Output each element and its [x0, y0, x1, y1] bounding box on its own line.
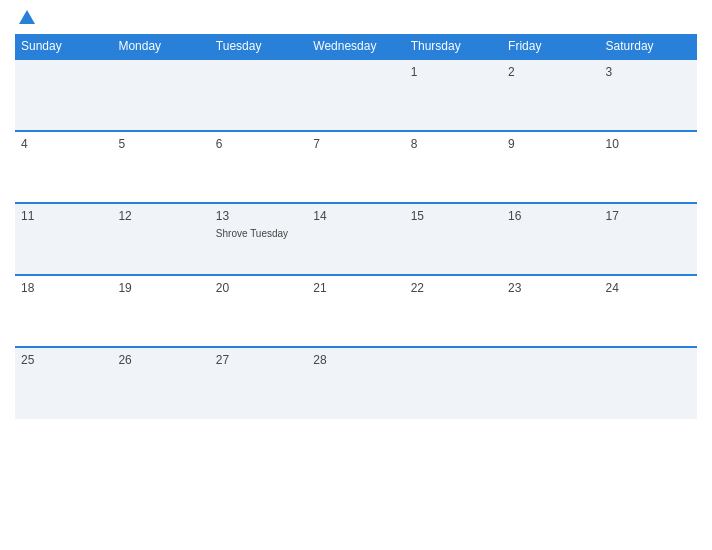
calendar-cell: 10 — [600, 131, 697, 203]
day-number: 25 — [21, 353, 106, 367]
calendar-cell: 23 — [502, 275, 599, 347]
calendar-cell: 21 — [307, 275, 404, 347]
calendar-cell: 5 — [112, 131, 209, 203]
day-number: 10 — [606, 137, 691, 151]
calendar-cell — [112, 59, 209, 131]
week-row-1: 123 — [15, 59, 697, 131]
calendar-table: SundayMondayTuesdayWednesdayThursdayFrid… — [15, 34, 697, 419]
calendar-header — [15, 10, 697, 26]
calendar-cell: 18 — [15, 275, 112, 347]
calendar-cell: 9 — [502, 131, 599, 203]
weekday-header-sunday: Sunday — [15, 34, 112, 59]
day-number: 28 — [313, 353, 398, 367]
day-number: 23 — [508, 281, 593, 295]
week-row-5: 25262728 — [15, 347, 697, 419]
calendar-cell: 2 — [502, 59, 599, 131]
day-number: 24 — [606, 281, 691, 295]
week-row-3: 111213Shrove Tuesday14151617 — [15, 203, 697, 275]
calendar-cell: 19 — [112, 275, 209, 347]
day-number: 8 — [411, 137, 496, 151]
calendar-cell: 28 — [307, 347, 404, 419]
day-number: 1 — [411, 65, 496, 79]
calendar-cell: 17 — [600, 203, 697, 275]
day-number: 5 — [118, 137, 203, 151]
calendar-cell — [15, 59, 112, 131]
day-number: 17 — [606, 209, 691, 223]
day-number: 19 — [118, 281, 203, 295]
day-number: 11 — [21, 209, 106, 223]
weekday-header-friday: Friday — [502, 34, 599, 59]
calendar-cell: 6 — [210, 131, 307, 203]
calendar-cell: 1 — [405, 59, 502, 131]
weekday-header-thursday: Thursday — [405, 34, 502, 59]
day-number: 18 — [21, 281, 106, 295]
calendar-cell: 24 — [600, 275, 697, 347]
week-row-4: 18192021222324 — [15, 275, 697, 347]
day-number: 27 — [216, 353, 301, 367]
day-number: 26 — [118, 353, 203, 367]
weekday-header-monday: Monday — [112, 34, 209, 59]
day-number: 7 — [313, 137, 398, 151]
calendar-cell: 3 — [600, 59, 697, 131]
calendar-cell: 16 — [502, 203, 599, 275]
day-number: 4 — [21, 137, 106, 151]
week-row-2: 45678910 — [15, 131, 697, 203]
calendar-cell: 12 — [112, 203, 209, 275]
calendar-cell: 22 — [405, 275, 502, 347]
day-number: 12 — [118, 209, 203, 223]
day-number: 6 — [216, 137, 301, 151]
calendar-cell — [600, 347, 697, 419]
calendar-cell: 26 — [112, 347, 209, 419]
day-number: 13 — [216, 209, 301, 223]
weekday-header-saturday: Saturday — [600, 34, 697, 59]
calendar-cell — [405, 347, 502, 419]
day-number: 14 — [313, 209, 398, 223]
calendar-page: SundayMondayTuesdayWednesdayThursdayFrid… — [0, 0, 712, 550]
calendar-cell: 13Shrove Tuesday — [210, 203, 307, 275]
day-number: 21 — [313, 281, 398, 295]
day-number: 9 — [508, 137, 593, 151]
day-number: 22 — [411, 281, 496, 295]
calendar-cell — [210, 59, 307, 131]
logo-triangle-icon — [19, 10, 35, 24]
weekday-header-row: SundayMondayTuesdayWednesdayThursdayFrid… — [15, 34, 697, 59]
calendar-cell: 20 — [210, 275, 307, 347]
calendar-cell: 15 — [405, 203, 502, 275]
calendar-cell: 8 — [405, 131, 502, 203]
day-number: 3 — [606, 65, 691, 79]
weekday-header-wednesday: Wednesday — [307, 34, 404, 59]
calendar-cell: 11 — [15, 203, 112, 275]
calendar-cell: 25 — [15, 347, 112, 419]
calendar-cell: 14 — [307, 203, 404, 275]
day-number: 16 — [508, 209, 593, 223]
calendar-cell: 4 — [15, 131, 112, 203]
calendar-cell: 7 — [307, 131, 404, 203]
weekday-header-tuesday: Tuesday — [210, 34, 307, 59]
logo — [15, 10, 35, 26]
calendar-cell — [502, 347, 599, 419]
event-label: Shrove Tuesday — [216, 228, 288, 239]
calendar-cell: 27 — [210, 347, 307, 419]
day-number: 20 — [216, 281, 301, 295]
day-number: 15 — [411, 209, 496, 223]
day-number: 2 — [508, 65, 593, 79]
calendar-cell — [307, 59, 404, 131]
